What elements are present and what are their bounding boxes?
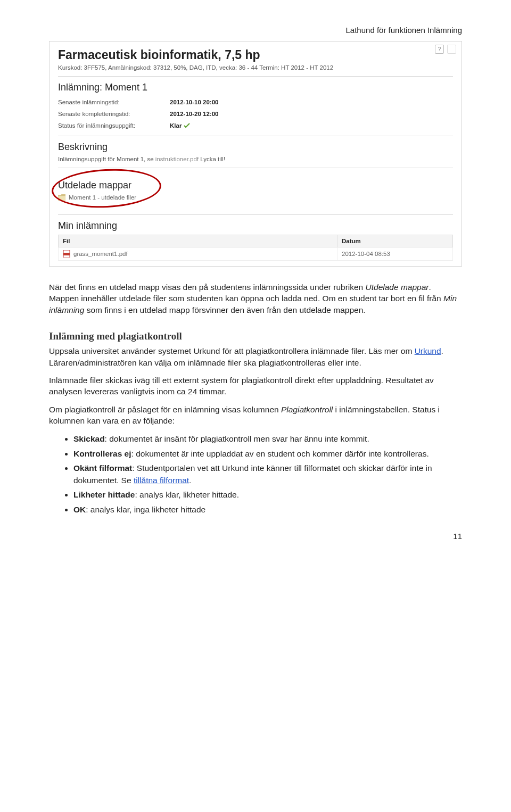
beskrivning-part-a: Inlämningsuppgift för Moment 1, se [58,156,155,162]
status-bullet-list: Skickad: dokumentet är insänt för plagia… [64,433,462,516]
section-inlamning-heading: Inlämning: Moment 1 [58,82,453,93]
p1-c: som finns i en utdelad mapp försvinner d… [84,305,365,314]
folder-name: Moment 1 - utdelade filer [69,194,136,201]
urkund-link[interactable]: Urkund [415,346,441,355]
doc-header-text: Lathund för funktionen Inlämning [49,26,462,35]
file-name: grass_moment1.pdf [73,251,128,257]
bullet-strong: OK [73,505,86,514]
status-label: Status för inlämningsuppgift: [58,120,170,131]
utdelade-mappar-block: Utdelade mappar Moment 1 - utdelade file… [58,172,453,210]
p1-a: När det finns en utdelad mapp visas den … [49,283,366,292]
beskrivning-part-b: Lycka till! [199,156,225,162]
col-datum-header: Datum [337,235,453,247]
p4-em: Plagiatkontroll [281,405,333,414]
folder-icon [58,194,65,201]
bullet-strong: Kontrolleras ej [73,449,131,458]
list-item: OK: analys klar, inga likheter hittade [73,503,462,516]
col-fil-header: Fil [59,235,337,247]
bullet-rest: : analys klar, likheter hittade. [135,490,239,499]
row-komplement: Senaste kompletteringstid: 2012-10-20 12… [58,108,453,120]
list-item: Skickad: dokumentet är insänt för plagia… [73,433,462,445]
status-value: Klar [170,120,190,131]
row-deadline: Senaste inlämningstid: 2012-10-10 20:00 [58,96,453,108]
divider [58,136,453,136]
pdf-icon [63,250,70,258]
paragraph-1: När det finns en utdelad mapp visas den … [49,281,462,316]
section-utdelade-heading: Utdelade mappar [58,180,453,191]
section-beskrivning-heading: Beskrivning [58,142,453,153]
status-text: Klar [170,120,182,131]
filformat-link[interactable]: tillåtna filformat [134,476,189,485]
bullet-rest-b: . [189,476,191,485]
bullet-rest: : dokumentet är inte uppladdat av en stu… [131,449,429,458]
table-header-row: Fil Datum [59,235,453,247]
divider [58,76,453,77]
svg-rect-2 [63,253,70,255]
divider [58,168,453,168]
list-item: Kontrolleras ej: dokumentet är inte uppl… [73,448,462,460]
folder-link[interactable]: Moment 1 - utdelade filer [58,194,453,201]
bullet-strong: Skickad [73,434,105,443]
file-date: 2012-10-04 08:53 [337,247,453,261]
row-status: Status för inlämningsuppgift: Klar [58,120,453,131]
help-icon[interactable]: ? [435,45,444,54]
komplement-value: 2012-10-20 12:00 [170,108,218,120]
section-min-inlamning-heading: Min inlämning [58,220,453,231]
deadline-value: 2012-10-10 20:00 [170,96,218,108]
expand-icon[interactable] [447,45,456,54]
p4-a: Om plagiatkontroll är påslaget för en in… [49,405,281,414]
p2-a: Uppsala universitet använder systemet Ur… [49,346,415,355]
body-text: När det finns en utdelad mapp visas den … [49,281,462,516]
komplement-label: Senaste kompletteringstid: [58,108,170,120]
paragraph-2: Uppsala universitet använder systemet Ur… [49,345,462,368]
table-row: grass_moment1.pdf 2012-10-04 08:53 [59,247,453,261]
checkmark-icon [184,123,190,128]
page-number: 11 [49,532,462,541]
bullet-rest: : dokumentet är insänt för plagiatkontro… [105,434,369,443]
screenshot-panel: ? Farmaceutisk bioinformatik, 7,5 hp Kur… [49,41,462,267]
paragraph-4: Om plagiatkontroll är påslaget för en in… [49,404,462,427]
p1-em: Utdelade mappar [366,283,429,292]
bullet-strong: Likheter hittade [73,490,135,499]
heading-plagiatkontroll: Inlämning med plagiatkontroll [49,330,462,342]
file-link[interactable]: grass_moment1.pdf [63,250,333,258]
svg-rect-0 [58,196,65,201]
list-item: Likheter hittade: analys klar, likheter … [73,488,462,501]
bullet-strong: Okänt filformat [73,463,132,473]
course-title: Farmaceutisk bioinformatik, 7,5 hp [58,48,453,62]
list-item: Okänt filformat: Studentportalen vet att… [73,462,462,487]
submission-table: Fil Datum grass_moment1.pdf 2012-10-04 0… [58,235,453,261]
beskrivning-text: Inlämningsuppgift för Moment 1, se instr… [58,156,453,162]
instruktioner-link[interactable]: instruktioner.pdf [155,156,199,162]
paragraph-3: Inlämnade filer skickas iväg till ett ex… [49,375,462,397]
course-meta: Kurskod: 3FF575, Anmälningskod: 37312, 5… [58,64,453,71]
bullet-rest: : analys klar, inga likheter hittade [86,505,205,514]
panel-top-icons: ? [435,45,456,54]
divider [58,214,453,215]
deadline-label: Senaste inlämningstid: [58,96,170,108]
